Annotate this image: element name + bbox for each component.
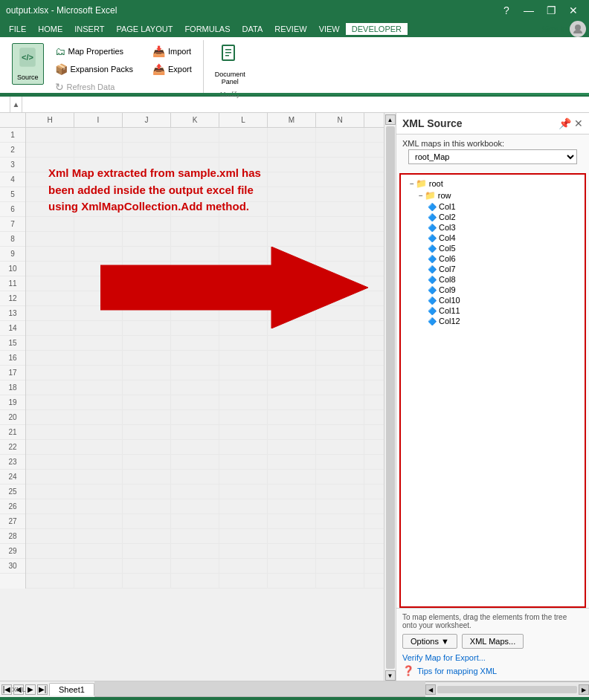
tree-item-row[interactable]: − 📁 row [401,189,585,201]
tree-expand-row[interactable]: − [419,192,423,200]
import-button[interactable]: 📥 Import [147,43,197,59]
cell[interactable] [123,425,171,440]
ribbon-collapse-btn[interactable]: ▲ [10,97,22,112]
cell[interactable] [74,485,123,499]
options-button[interactable]: Options ▼ [402,634,457,649]
cell[interactable] [364,380,384,395]
cell[interactable] [171,544,219,559]
cell[interactable] [316,128,364,143]
cell[interactable] [219,351,268,366]
cell[interactable] [123,351,171,366]
cell[interactable] [316,410,364,425]
xml-panel-pin-button[interactable]: 📌 [559,117,571,129]
cell[interactable] [219,232,268,247]
cell[interactable] [364,455,384,470]
cell[interactable] [74,559,123,574]
cell[interactable] [219,455,268,470]
cell[interactable] [268,455,316,470]
cell[interactable] [171,143,219,158]
cell[interactable] [316,380,364,395]
cell[interactable] [171,425,219,440]
cell[interactable] [26,544,74,559]
xml-maps-button[interactable]: XML Maps... [462,634,524,649]
cell[interactable] [364,232,384,247]
cell[interactable] [364,366,384,380]
sheet-nav-last[interactable]: ▶| [37,684,48,695]
cell[interactable] [316,514,364,529]
cell[interactable] [123,143,171,158]
cell[interactable] [268,425,316,440]
sign-in-area[interactable]: Sign in [541,21,586,37]
tree-item-col6[interactable]: 🔷Col6 [401,253,585,264]
cell[interactable] [268,529,316,544]
cell[interactable] [316,351,364,366]
menu-data[interactable]: DATA [236,23,269,35]
cell[interactable] [219,470,268,485]
cell[interactable] [364,544,384,559]
cell[interactable] [26,425,74,440]
cell[interactable] [171,559,219,574]
cell[interactable] [268,499,316,514]
sheet-tab-1[interactable]: Sheet1 [49,683,94,696]
minimize-button[interactable]: — [519,3,538,18]
cell[interactable] [26,143,74,158]
h-scroll-thumb[interactable] [437,686,577,693]
cell[interactable] [268,380,316,395]
cell[interactable] [74,232,123,247]
cell[interactable] [123,529,171,544]
cell[interactable] [123,440,171,455]
cell[interactable] [171,499,219,514]
menu-developer[interactable]: DEVELOPER [346,23,408,35]
cell[interactable] [123,232,171,247]
cell[interactable] [74,217,123,232]
cell[interactable] [171,485,219,499]
tree-item-col7[interactable]: 🔷Col7 [401,264,585,274]
cell[interactable] [268,336,316,351]
cell[interactable] [123,470,171,485]
cell[interactable] [26,306,74,321]
cell[interactable] [364,172,384,187]
grid-area[interactable]: Xml Map extracted from sample.xml has be… [26,128,384,589]
cell[interactable] [316,143,364,158]
cell[interactable] [74,395,123,410]
scroll-thumb[interactable] [386,126,395,669]
cell[interactable] [364,336,384,351]
cell[interactable] [316,544,364,559]
cell[interactable] [364,425,384,440]
sheet-nav-first[interactable]: |◀ [1,684,12,695]
cell[interactable] [219,410,268,425]
cell[interactable] [316,217,364,232]
help-button[interactable]: ? [497,3,516,18]
restore-button[interactable]: ❐ [541,3,561,18]
sheet-nav-next[interactable]: ▶ [25,684,36,695]
cell[interactable] [171,232,219,247]
cell[interactable] [74,440,123,455]
vertical-scrollbar[interactable]: ▲ ▼ [384,113,396,681]
cell[interactable] [26,276,74,291]
cell[interactable] [364,470,384,485]
cell[interactable] [219,380,268,395]
verify-map-link[interactable]: Verify Map for Export... [402,653,486,662]
cell[interactable] [316,485,364,499]
scroll-up-button[interactable]: ▲ [385,114,396,125]
cell[interactable] [316,395,364,410]
cell[interactable] [74,380,123,395]
cell[interactable] [364,187,384,202]
cell[interactable] [268,559,316,574]
cell[interactable] [171,440,219,455]
menu-home[interactable]: HOME [32,23,68,35]
cell[interactable] [123,544,171,559]
cell[interactable] [123,499,171,514]
cell[interactable] [123,559,171,574]
cell[interactable] [26,336,74,351]
cell[interactable] [364,485,384,499]
cell[interactable] [74,351,123,366]
cell[interactable] [219,143,268,158]
menu-insert[interactable]: INSERT [68,23,110,35]
cell[interactable] [171,336,219,351]
cell[interactable] [171,410,219,425]
export-button[interactable]: 📤 Export [147,61,197,77]
cell[interactable] [26,232,74,247]
cell[interactable] [74,425,123,440]
cell[interactable] [171,366,219,380]
